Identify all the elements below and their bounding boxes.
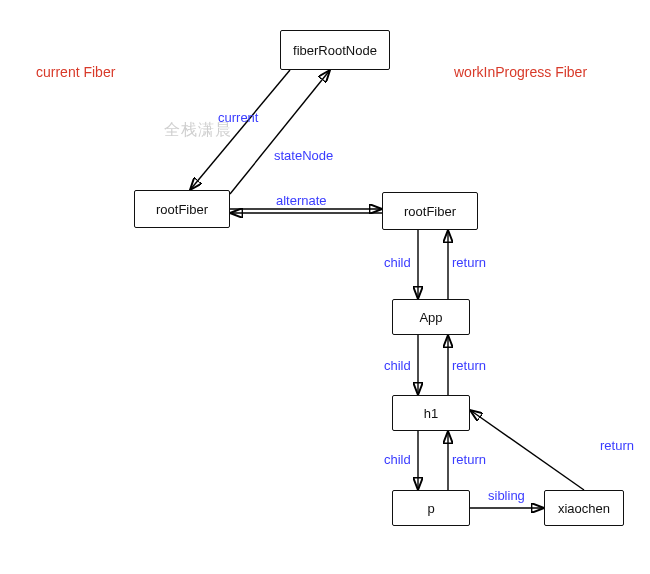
label-current: current — [218, 110, 258, 125]
title-current-fiber: current Fiber — [36, 64, 115, 80]
node-fiber-root-node: fiberRootNode — [280, 30, 390, 70]
label-child-3: child — [384, 452, 411, 467]
label-return-4: return — [600, 438, 634, 453]
title-wip-fiber: workInProgress Fiber — [454, 64, 587, 80]
label-alternate: alternate — [276, 193, 327, 208]
label-return-3: return — [452, 452, 486, 467]
node-p: p — [392, 490, 470, 526]
node-xiaochen: xiaochen — [544, 490, 624, 526]
label-child-1: child — [384, 255, 411, 270]
diagram-edges — [0, 0, 650, 574]
node-root-fiber-right: rootFiber — [382, 192, 478, 230]
node-root-fiber-left: rootFiber — [134, 190, 230, 228]
svg-line-1 — [230, 70, 330, 194]
label-sibling: sibling — [488, 488, 525, 503]
label-child-2: child — [384, 358, 411, 373]
label-return-1: return — [452, 255, 486, 270]
label-return-2: return — [452, 358, 486, 373]
label-state-node: stateNode — [274, 148, 333, 163]
node-app: App — [392, 299, 470, 335]
svg-line-11 — [470, 410, 584, 490]
node-h1: h1 — [392, 395, 470, 431]
